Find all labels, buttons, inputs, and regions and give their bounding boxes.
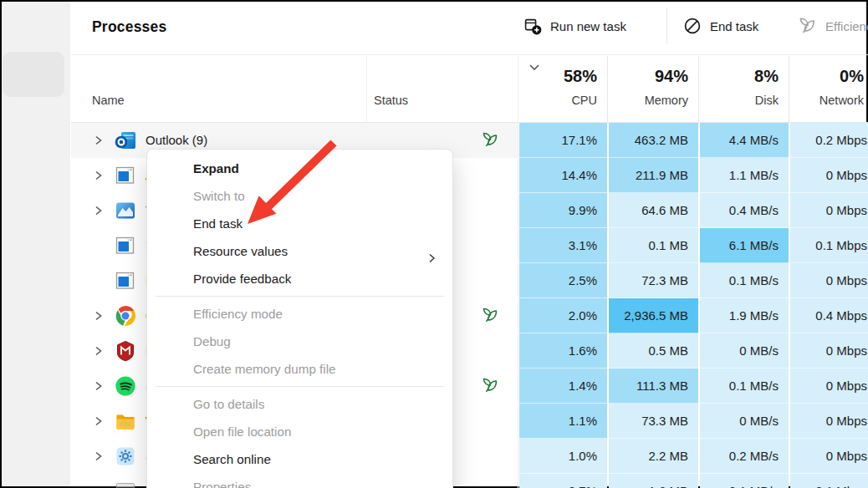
network-cell: 0.1 Mbps bbox=[790, 228, 868, 263]
disk-label: Disk bbox=[698, 94, 779, 107]
run-new-task-button[interactable]: Run new task bbox=[523, 8, 626, 44]
menu-item-search-online[interactable]: Search online bbox=[147, 445, 452, 473]
cpu-cell: 14.4% bbox=[519, 158, 607, 193]
network-cell: 0.2 Mbps bbox=[790, 123, 868, 158]
expand-chevron-icon[interactable] bbox=[90, 439, 105, 474]
menu-item-open-file-location: Open file location bbox=[147, 418, 452, 445]
memory-cell: 64.6 MB bbox=[609, 193, 698, 228]
menu-item-expand[interactable]: Expand bbox=[147, 155, 452, 182]
disk-cell: 0.1 MB/s bbox=[700, 369, 789, 404]
cpu-cell: 1.6% bbox=[519, 333, 607, 369]
disk-cell: 0.1 MB/s bbox=[700, 263, 789, 298]
expand-chevron-icon[interactable] bbox=[90, 193, 105, 228]
memory-cell: 73.3 MB bbox=[609, 404, 698, 439]
column-header-name[interactable]: Name bbox=[92, 94, 125, 107]
memory-label: Memory bbox=[607, 94, 688, 107]
cpu-cell: 17.1% bbox=[519, 123, 607, 158]
run-new-task-icon bbox=[523, 17, 542, 35]
efficiency-mode-label: Efficiency mode bbox=[825, 19, 868, 33]
disk-cell: 0 MB/s bbox=[700, 404, 789, 439]
settings-icon bbox=[115, 445, 136, 467]
cpu-cell: 1.4% bbox=[519, 369, 607, 404]
memory-total-percent: 94% bbox=[607, 67, 688, 86]
cpu-total-percent: 58% bbox=[518, 67, 597, 86]
mcafee-icon bbox=[115, 340, 136, 362]
column-header-status[interactable]: Status bbox=[374, 94, 408, 107]
efficiency-leaf-icon bbox=[797, 16, 817, 36]
disk-cell: 4.4 MB/s bbox=[700, 123, 789, 158]
network-cell: 0 Mbps bbox=[790, 369, 868, 404]
expand-chevron-icon[interactable] bbox=[90, 404, 105, 439]
column-header-cpu[interactable]: 58% CPU bbox=[518, 55, 597, 122]
expand-chevron-icon[interactable] bbox=[90, 298, 105, 333]
network-cell: 0 Mbps bbox=[790, 193, 868, 228]
memory-cell: 2.2 MB bbox=[609, 439, 698, 474]
network-cell: 0 Mbps bbox=[790, 404, 868, 439]
disk-cell: 1.9 MB/s bbox=[700, 298, 789, 333]
cpu-cell: 1.1% bbox=[519, 404, 607, 439]
submenu-chevron-icon bbox=[426, 246, 437, 257]
disk-cell: 6.1 MB/s bbox=[700, 228, 789, 263]
network-cell: 0.4 Mbps bbox=[790, 298, 868, 333]
expand-chevron-icon[interactable] bbox=[90, 123, 105, 158]
end-task-label: End task bbox=[710, 19, 758, 33]
efficiency-leaf-icon bbox=[481, 307, 499, 325]
cpu-cell: 0.7% bbox=[519, 474, 607, 488]
expand-chevron-icon[interactable] bbox=[90, 369, 105, 404]
menu-item-properties: Properties bbox=[147, 473, 452, 488]
cpu-cell: 3.1% bbox=[519, 228, 607, 263]
toolbar-divider bbox=[666, 8, 667, 43]
cpu-cell: 1.0% bbox=[519, 439, 607, 474]
memory-cell: 211.9 MB bbox=[609, 158, 698, 193]
memory-cell: 0.1 MB bbox=[609, 228, 698, 263]
efficiency-leaf-icon bbox=[481, 377, 499, 395]
outlook-icon bbox=[115, 130, 136, 151]
chrome-icon bbox=[115, 305, 136, 327]
network-cell: 0 Mbps bbox=[790, 333, 868, 369]
app-icon bbox=[115, 235, 136, 257]
network-cell: 0 Mbps bbox=[790, 158, 868, 193]
folder-icon bbox=[115, 410, 136, 432]
app-icon bbox=[115, 165, 136, 186]
console-icon bbox=[115, 480, 136, 488]
app-icon bbox=[115, 270, 136, 292]
nav-item-processes-highlight[interactable] bbox=[3, 52, 64, 97]
page-title: Processes bbox=[92, 0, 166, 53]
expand-chevron-icon[interactable] bbox=[90, 333, 105, 369]
disk-cell: 0.4 MB/s bbox=[700, 193, 789, 228]
memory-cell: 111.3 MB bbox=[609, 369, 698, 404]
column-header-memory[interactable]: 94% Memory bbox=[607, 55, 688, 122]
cpu-cell: 2.5% bbox=[519, 263, 607, 298]
network-cell: 0.1 Mbps bbox=[790, 474, 868, 488]
context-menu: ExpandSwitch toEnd taskResource valuesPr… bbox=[146, 149, 453, 488]
spotify-icon bbox=[115, 375, 136, 397]
menu-item-create-memory-dump-file: Create memory dump file bbox=[147, 355, 452, 383]
menu-item-resource-values[interactable]: Resource values bbox=[147, 237, 452, 265]
memory-cell: 0.5 MB bbox=[609, 333, 698, 369]
cpu-cell: 2.0% bbox=[519, 298, 607, 333]
end-task-icon bbox=[683, 17, 702, 35]
efficiency-mode-button: Efficiency mode bbox=[797, 8, 868, 44]
end-task-button[interactable]: End task bbox=[683, 8, 758, 44]
network-cell: 0 Mbps bbox=[790, 263, 868, 298]
menu-item-go-to-details: Go to details bbox=[147, 390, 452, 418]
memory-cell: 72.3 MB bbox=[609, 263, 698, 298]
menu-item-efficiency-mode: Efficiency mode bbox=[147, 300, 452, 328]
disk-cell: 1.1 MB/s bbox=[700, 158, 789, 193]
menu-separator bbox=[156, 296, 444, 297]
taskmgr-icon bbox=[115, 200, 136, 221]
network-total-percent: 0% bbox=[789, 67, 864, 86]
task-manager-window: Processes Run new task End task bbox=[0, 0, 868, 488]
expand-chevron-icon[interactable] bbox=[90, 158, 105, 193]
menu-item-end-task[interactable]: End task bbox=[147, 210, 452, 237]
menu-item-provide-feedback[interactable]: Provide feedback bbox=[147, 265, 452, 292]
run-new-task-label: Run new task bbox=[550, 19, 626, 33]
disk-cell: 0.1 MB/s bbox=[700, 474, 789, 488]
disk-cell: 0 MB/s bbox=[700, 333, 789, 369]
column-header-network[interactable]: 0% Network bbox=[789, 55, 864, 122]
memory-cell: 2,936.5 MB bbox=[609, 298, 698, 333]
column-header-disk[interactable]: 8% Disk bbox=[698, 55, 779, 122]
cpu-label: CPU bbox=[518, 94, 597, 107]
network-label: Network bbox=[789, 94, 864, 107]
cpu-cell: 9.9% bbox=[519, 193, 607, 228]
